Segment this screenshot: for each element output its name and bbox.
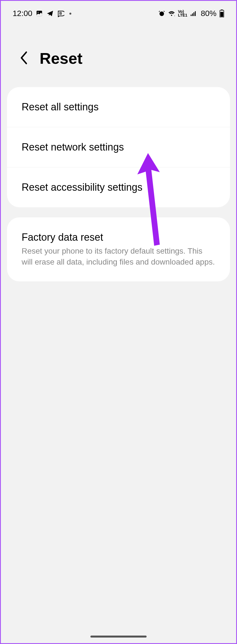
list-item-label: Factory data reset — [22, 231, 215, 243]
clock-text: 12:00 — [13, 9, 32, 18]
list-item-subtitle: Reset your phone to its factory default … — [22, 245, 215, 267]
svg-rect-5 — [191, 15, 192, 16]
battery-percent: 80% — [201, 9, 217, 18]
reset-all-settings-item[interactable]: Reset all settings — [7, 87, 230, 127]
svg-text:↑↓: ↑↓ — [174, 14, 175, 17]
svg-text:B: B — [59, 11, 62, 15]
page-header: Reset — [1, 21, 236, 87]
back-button[interactable] — [19, 51, 29, 66]
volte-icon: Vo)LTE1 — [178, 10, 187, 17]
svg-point-1 — [38, 12, 38, 13]
status-left: 12:00 B — [13, 9, 71, 18]
telegram-icon — [46, 10, 54, 17]
home-indicator[interactable] — [90, 636, 147, 638]
factory-data-reset-item[interactable]: Factory data reset Reset your phone to i… — [7, 217, 230, 281]
reset-accessibility-settings-item[interactable]: Reset accessibility settings — [7, 167, 230, 207]
battery-icon — [219, 10, 224, 17]
signal-icon — [190, 10, 197, 17]
b-circle-icon: B — [57, 10, 64, 17]
svg-rect-7 — [193, 12, 194, 16]
status-right: ↑↓ Vo)LTE1 80% — [158, 9, 224, 18]
status-bar: 12:00 B ↑↓ Vo)LTE1 80% — [1, 1, 236, 21]
page-title: Reset — [40, 49, 83, 67]
svg-rect-11 — [220, 12, 224, 17]
more-dot-icon — [69, 13, 71, 15]
alarm-icon — [158, 10, 165, 17]
gallery-icon — [36, 10, 43, 17]
svg-rect-8 — [195, 11, 196, 16]
factory-reset-card: Factory data reset Reset your phone to i… — [7, 217, 230, 281]
reset-network-settings-item[interactable]: Reset network settings — [7, 127, 230, 167]
list-item-label: Reset network settings — [22, 141, 215, 153]
list-item-label: Reset accessibility settings — [22, 181, 215, 193]
svg-point-3 — [159, 12, 164, 16]
reset-options-card: Reset all settings Reset network setting… — [7, 87, 230, 207]
list-item-label: Reset all settings — [22, 101, 215, 113]
wifi-icon: ↑↓ — [168, 10, 175, 17]
chevron-left-icon — [19, 51, 29, 65]
svg-rect-6 — [192, 13, 193, 16]
